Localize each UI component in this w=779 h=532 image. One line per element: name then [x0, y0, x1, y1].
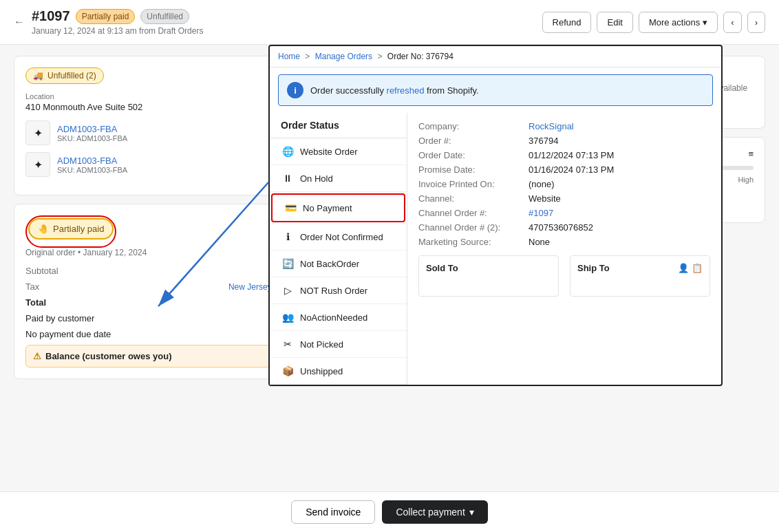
sold-to-header: Sold To	[426, 263, 551, 273]
back-button[interactable]: ←	[14, 16, 25, 28]
status-not-picked[interactable]: ✂ Not Picked	[270, 331, 407, 358]
truck-icon: 🚚	[33, 71, 43, 81]
channel-order-label: Channel Order #:	[418, 208, 529, 218]
info-text: Order successfully refreshed from Shopif…	[310, 85, 479, 96]
channel-order2-value: 4707536076852	[529, 222, 593, 233]
header-left: ← #1097 Partially paid Unfulfilled Janua…	[14, 8, 203, 36]
product-sku-2: SKU: ADM1003-FBA	[57, 166, 127, 174]
company-row: Company: RockSignal	[418, 121, 710, 131]
info-icon: i	[287, 82, 303, 98]
not-backorder-icon: 🔄	[281, 257, 295, 270]
channel-order-value[interactable]: #1097	[529, 208, 553, 218]
unshipped-icon: 📦	[281, 364, 295, 378]
channel-order2-row: Channel Order # (2): 4707536076852	[418, 222, 710, 233]
paid-label: Paid by customer	[25, 313, 94, 323]
info-banner: i Order successfully refreshed from Shop…	[278, 74, 713, 106]
status-on-hold[interactable]: ⏸ On Hold	[270, 165, 407, 192]
channel-value: Website	[529, 193, 561, 204]
breadcrumb-home[interactable]: Home	[278, 52, 300, 61]
breadcrumb-order: Order No: 376794	[387, 52, 453, 61]
invoice-value: (none)	[529, 179, 555, 189]
on-hold-icon: ⏸	[281, 171, 295, 185]
order-meta: January 12, 2024 at 9:13 am from Draft O…	[32, 26, 203, 36]
no-payment-label: No payment due date	[25, 329, 111, 339]
status-not-rush[interactable]: ▷ NOT Rush Order	[270, 277, 407, 304]
promise-date-label: Promise Date:	[418, 164, 529, 175]
sold-ship-row: Sold To Ship To 👤 📋	[418, 255, 710, 297]
product-icon-2: ✦	[25, 152, 50, 177]
popup-body: Order Status 🌐 Website Order ⏸ On Hold 💳…	[270, 113, 721, 385]
status-website-order[interactable]: 🌐 Website Order	[270, 138, 407, 165]
promise-date-row: Promise Date: 01/16/2024 07:13 PM	[418, 164, 710, 175]
order-num-row: Order #: 376794	[418, 136, 710, 146]
partially-paid-badge: Partially paid	[76, 9, 136, 24]
channel-row: Channel: Website	[418, 193, 710, 204]
person-icon: 👤	[678, 263, 689, 273]
header-right: Refund Edit More actions ▾ ‹ ›	[542, 12, 765, 33]
sold-to-box: Sold To	[418, 255, 559, 297]
refreshed-link[interactable]: refreshed	[387, 85, 425, 96]
edit-button[interactable]: Edit	[597, 12, 632, 33]
total-label: Total	[25, 297, 46, 308]
hand-icon: 🤚	[38, 224, 49, 234]
order-number: #1097	[32, 8, 70, 24]
subtotal-label: Subtotal	[25, 266, 58, 276]
no-action-icon: 👥	[281, 310, 295, 324]
no-payment-icon: 💳	[284, 201, 297, 215]
product-icon-1: ✦	[25, 120, 50, 145]
status-no-action[interactable]: 👥 NoActionNeeded	[270, 304, 407, 331]
status-list: Order Status 🌐 Website Order ⏸ On Hold 💳…	[270, 113, 407, 385]
channel-order2-label: Channel Order # (2):	[418, 222, 529, 233]
marketing-value: None	[529, 237, 550, 247]
order-num-label: Order #:	[418, 136, 529, 146]
top-header: ← #1097 Partially paid Unfulfilled Janua…	[0, 0, 779, 45]
table-icon: 📋	[692, 263, 703, 273]
product-link-2[interactable]: ADM1003-FBA	[57, 156, 127, 166]
promise-date-value: 01/16/2024 07:13 PM	[529, 164, 614, 175]
next-order-button[interactable]: ›	[747, 12, 765, 33]
status-list-header: Order Status	[270, 113, 407, 138]
tax-label: Tax	[25, 281, 39, 292]
partially-paid-wrapper: 🤚 Partially paid	[25, 215, 116, 248]
status-not-confirmed[interactable]: ℹ Order Not Confirmed	[270, 224, 407, 251]
status-unshipped[interactable]: 📦 Unshipped	[270, 358, 407, 385]
breadcrumb-bar: Home > Manage Orders > Order No: 376794	[270, 46, 721, 67]
marketing-label: Marketing Source:	[418, 237, 529, 247]
not-confirmed-icon: ℹ	[281, 230, 295, 244]
order-status-popup: Home > Manage Orders > Order No: 376794 …	[268, 45, 723, 386]
prev-order-button[interactable]: ‹	[723, 12, 741, 33]
warning-icon: ⚠	[33, 351, 41, 361]
balance-label: ⚠ Balance (customer owes you)	[33, 351, 172, 361]
order-date-label: Order Date:	[418, 150, 529, 160]
unfulfilled-badge-card: 🚚 Unfulfilled (2)	[25, 67, 104, 84]
ship-to-header: Ship To 👤 📋	[577, 263, 703, 273]
ship-icons: 👤 📋	[678, 263, 703, 273]
invoice-row: Invoice Printed On: (none)	[418, 179, 710, 189]
company-value[interactable]: RockSignal	[529, 121, 574, 131]
order-details: Company: RockSignal Order #: 376794 Orde…	[407, 113, 721, 385]
website-order-icon: 🌐	[281, 145, 295, 158]
order-num-value: 376794	[529, 136, 558, 146]
fraud-high-label: High	[738, 175, 754, 184]
channel-label: Channel:	[418, 193, 529, 204]
order-date-value: 01/12/2024 07:13 PM	[529, 150, 614, 160]
breadcrumb-manage[interactable]: Manage Orders	[315, 52, 372, 61]
status-not-backorder[interactable]: 🔄 Not BackOrder	[270, 251, 407, 277]
product-link-1[interactable]: ADM1003-FBA	[57, 124, 127, 134]
status-no-payment[interactable]: 💳 No Payment	[271, 193, 405, 222]
unfulfilled-badge: Unfulfilled	[140, 9, 189, 24]
partially-paid-badge-card: 🤚 Partially paid	[28, 218, 114, 240]
not-picked-icon: ✂	[281, 337, 295, 351]
fraud-menu-icon[interactable]: ≡	[748, 149, 754, 159]
not-rush-icon: ▷	[281, 284, 295, 297]
ship-to-box: Ship To 👤 📋	[570, 255, 710, 297]
main-content: 🚚 Unfulfilled (2) Location 410 Monmouth …	[0, 45, 779, 434]
company-label: Company:	[418, 121, 529, 131]
channel-order-row: Channel Order #: #1097	[418, 208, 710, 218]
order-date-row: Order Date: 01/12/2024 07:13 PM	[418, 150, 710, 160]
refund-button[interactable]: Refund	[542, 12, 592, 33]
more-actions-button[interactable]: More actions ▾	[639, 12, 718, 33]
product-sku-1: SKU: ADM1003-FBA	[57, 134, 127, 142]
invoice-label: Invoice Printed On:	[418, 179, 529, 189]
marketing-row: Marketing Source: None	[418, 237, 710, 247]
